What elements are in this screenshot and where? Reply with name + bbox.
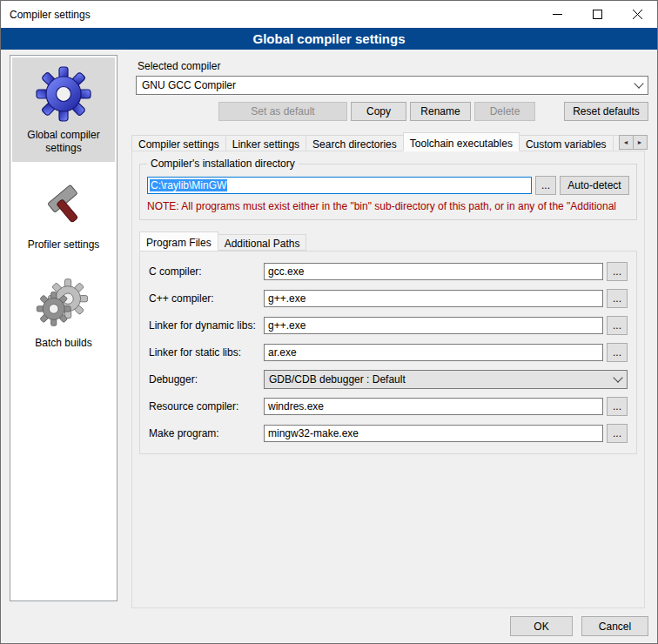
form-row-c-compiler: C compiler: ... (149, 262, 628, 281)
cpp-compiler-input[interactable] (264, 290, 603, 307)
program-tabs: Program Files Additional Paths (139, 232, 644, 251)
installation-directory-group-label: Compiler's installation directory (147, 158, 299, 170)
sidebar-item-label: Global compiler settings (14, 129, 113, 155)
cpp-compiler-label: C++ compiler: (149, 292, 264, 305)
selected-compiler-value: GNU GCC Compiler (142, 79, 236, 91)
tab-custom-variables[interactable]: Custom variables (519, 135, 614, 151)
cancel-button[interactable]: Cancel (581, 616, 648, 636)
chevron-down-icon (609, 371, 627, 388)
maximize-button[interactable] (577, 1, 617, 28)
set-as-default-button[interactable]: Set as default (218, 102, 347, 121)
chevron-down-icon (630, 77, 648, 94)
selected-compiler-label: Selected compiler (138, 60, 220, 72)
make-program-browse-button[interactable]: ... (607, 424, 628, 443)
linker-static-browse-button[interactable]: ... (607, 343, 628, 362)
main-panel: Selected compiler GNU GCC Compiler Set a… (127, 53, 648, 643)
sidebar-item-label: Batch builds (35, 337, 91, 350)
sidebar-item-profiler-settings[interactable]: Profiler settings (12, 171, 115, 258)
sidebar-item-label: Profiler settings (28, 238, 100, 252)
dialog-footer: OK Cancel (510, 616, 648, 636)
delete-button[interactable]: Delete (474, 102, 535, 121)
dialog-content: Global compiler settings Profiler settin… (1, 50, 657, 643)
c-compiler-input[interactable] (264, 263, 603, 280)
window-title: Compiler settings (10, 9, 91, 21)
close-button[interactable] (617, 1, 657, 28)
toolchain-executables-pane: Compiler's installation directory C:\ray… (131, 151, 645, 608)
make-program-input[interactable] (264, 425, 603, 442)
rename-button[interactable]: Rename (410, 102, 471, 121)
program-files-pane: C compiler: ... C++ compiler: ... Linker… (139, 251, 637, 454)
page-title: Global compiler settings (1, 28, 657, 50)
form-row-debugger: Debugger: GDB/CDB debugger : Default (149, 370, 628, 389)
form-row-make-program: Make program: ... (149, 424, 628, 443)
ok-button[interactable]: OK (510, 616, 573, 636)
titlebar: Compiler settings (1, 1, 657, 28)
gray-gears-icon (35, 276, 92, 330)
debugger-combo[interactable]: GDB/CDB debugger : Default (264, 370, 628, 389)
resource-compiler-browse-button[interactable]: ... (607, 397, 628, 416)
auto-detect-button[interactable]: Auto-detect (560, 176, 629, 195)
minimize-button[interactable] (537, 1, 577, 28)
installation-directory-row: C:\raylib\MinGW ... Auto-detect (147, 176, 629, 195)
tab-linker-settings[interactable]: Linker settings (225, 135, 306, 151)
linker-static-label: Linker for static libs: (149, 346, 264, 359)
sidebar-item-batch-builds[interactable]: Batch builds (12, 267, 115, 357)
linker-dynamic-label: Linker for dynamic libs: (149, 319, 264, 332)
settings-tabs: Compiler settings Linker settings Search… (131, 132, 645, 151)
subtab-additional-paths[interactable]: Additional Paths (218, 234, 307, 251)
copy-button[interactable]: Copy (351, 102, 406, 121)
maximize-icon (593, 10, 602, 19)
tab-scroll-buttons: ◄ ► (620, 135, 648, 150)
tab-scroll-right-icon[interactable]: ► (633, 135, 648, 150)
c-compiler-label: C compiler: (149, 265, 264, 278)
form-row-linker-dynamic: Linker for dynamic libs: ... (149, 316, 628, 335)
tab-search-directories[interactable]: Search directories (306, 135, 404, 151)
tab-toolchain-executables[interactable]: Toolchain executables (403, 132, 520, 151)
debugger-label: Debugger: (149, 373, 264, 386)
tab-compiler-settings[interactable]: Compiler settings (131, 135, 226, 151)
installation-directory-value: C:\raylib\MinGW (150, 179, 227, 191)
linker-static-input[interactable] (264, 344, 603, 361)
debugger-value: GDB/CDB debugger : Default (269, 373, 406, 386)
minimize-icon (553, 10, 562, 19)
sidebar: Global compiler settings Profiler settin… (10, 55, 118, 601)
c-compiler-browse-button[interactable]: ... (607, 262, 628, 281)
blue-gear-icon (36, 66, 91, 122)
resource-compiler-label: Resource compiler: (149, 400, 264, 413)
installation-directory-group: Compiler's installation directory C:\ray… (139, 164, 637, 220)
resource-compiler-input[interactable] (264, 398, 603, 415)
installation-directory-input[interactable]: C:\raylib\MinGW (147, 177, 532, 194)
form-row-cpp-compiler: C++ compiler: ... (149, 289, 628, 308)
cpp-compiler-browse-button[interactable]: ... (607, 289, 628, 308)
tab-scroll-left-icon[interactable]: ◄ (619, 135, 634, 150)
compiler-settings-window: Compiler settings Global compiler settin… (0, 0, 658, 644)
make-program-label: Make program: (149, 427, 264, 439)
installation-directory-browse-button[interactable]: ... (535, 176, 556, 195)
sidebar-item-global-compiler-settings[interactable]: Global compiler settings (12, 57, 115, 162)
linker-dynamic-browse-button[interactable]: ... (607, 316, 628, 335)
close-icon (633, 10, 642, 19)
installation-note: NOTE: All programs must exist either in … (147, 200, 629, 212)
window-controls (537, 1, 657, 28)
reset-defaults-button[interactable]: Reset defaults (564, 102, 648, 121)
form-row-linker-static: Linker for static libs: ... (149, 343, 628, 362)
selected-compiler-combo[interactable]: GNU GCC Compiler (136, 76, 648, 95)
compiler-actions-row: Set as default Copy Rename Delete Reset … (136, 102, 648, 121)
subtab-program-files[interactable]: Program Files (139, 231, 218, 251)
linker-dynamic-input[interactable] (264, 317, 603, 334)
form-row-resource-compiler: Resource compiler: ... (149, 397, 628, 416)
profiler-hammer-icon (39, 179, 88, 231)
